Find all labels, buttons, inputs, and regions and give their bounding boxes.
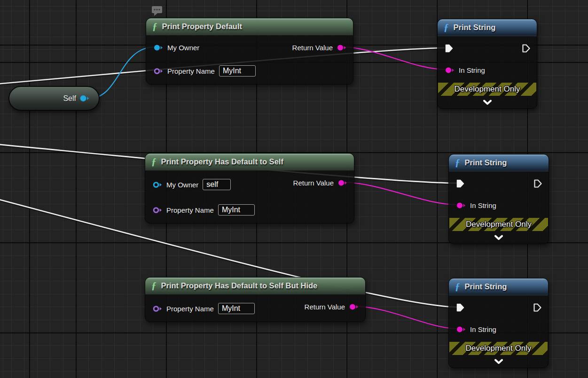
property-name-input[interactable] <box>219 65 256 77</box>
node-title: Print String <box>454 23 496 32</box>
pin-row-my-owner: My Owner <box>154 41 199 54</box>
exec-in-pin-icon[interactable] <box>456 303 464 312</box>
node-self[interactable]: Self <box>8 86 100 111</box>
node-print-string-3[interactable]: ƒ Print String In String Development Onl… <box>448 278 549 368</box>
exec-in-pin-icon[interactable] <box>456 179 464 188</box>
pin-label-property-name: Property Name <box>166 305 214 313</box>
function-icon: ƒ <box>151 157 157 167</box>
exec-out-row <box>534 177 542 190</box>
string-pin-connected-icon[interactable] <box>337 44 346 51</box>
pin-label-property-name: Property Name <box>167 67 215 75</box>
comment-bubble-icon[interactable] <box>151 6 164 17</box>
node-header[interactable]: ƒ Print String <box>438 19 537 36</box>
chevron-down-icon[interactable] <box>494 235 504 240</box>
object-pin-connected-icon[interactable] <box>80 95 89 102</box>
property-name-input[interactable] <box>218 204 255 216</box>
node-header[interactable]: ƒ Print String <box>449 154 549 171</box>
node-title: Print Property Has Default to Self <box>161 157 283 166</box>
function-icon: ƒ <box>444 23 449 32</box>
wildcard-pin-icon[interactable] <box>153 207 162 214</box>
node-title: Print String <box>465 158 507 167</box>
my-owner-input[interactable] <box>203 179 231 190</box>
pin-label-in-string: In String <box>470 325 496 333</box>
node-header[interactable]: ƒ Print Property Default <box>146 18 353 35</box>
self-label: Self <box>63 94 76 103</box>
development-only-banner: Development Only <box>449 342 548 355</box>
node-title: Print String <box>465 282 507 291</box>
exec-out-pin-icon[interactable] <box>533 303 541 312</box>
exec-in-row <box>445 42 453 55</box>
node-print-string-2[interactable]: ƒ Print String In String Development Onl… <box>448 154 549 244</box>
pin-row-property-name: Property Name <box>153 203 255 216</box>
chevron-down-icon[interactable] <box>494 359 504 364</box>
development-only-banner: Development Only <box>449 218 548 231</box>
wire-string-3[interactable] <box>353 306 458 329</box>
function-icon: ƒ <box>152 22 157 31</box>
pin-row-in-string: In String <box>456 323 496 336</box>
node-header[interactable]: ƒ Print String <box>449 278 548 295</box>
exec-out-row <box>533 301 541 314</box>
property-name-input[interactable] <box>218 303 255 314</box>
wire-string-2[interactable] <box>341 182 458 205</box>
string-pin-connected-icon[interactable] <box>349 303 359 310</box>
pin-row-property-name: Property Name <box>153 302 255 315</box>
blueprint-canvas[interactable]: { "nodes": { "ppd": { "title": "Print Pr… <box>0 0 588 378</box>
banner-label: Development Only <box>466 220 532 229</box>
object-pin-icon[interactable] <box>153 181 162 188</box>
node-print-property-has-default-to-self-but-hide[interactable]: ƒ Print Property Has Default to Self But… <box>145 277 366 322</box>
pin-label-my-owner: My Owner <box>167 44 199 52</box>
string-pin-connected-icon[interactable] <box>338 179 347 186</box>
pin-label-return-value: Return Value <box>292 44 333 52</box>
object-pin-connected-icon[interactable] <box>154 44 163 51</box>
exec-out-row <box>522 42 530 55</box>
string-pin-connected-icon[interactable] <box>445 67 455 74</box>
banner-label: Development Only <box>466 344 532 353</box>
banner-label: Development Only <box>455 85 520 94</box>
node-title: Print Property Has Default to Self But H… <box>161 281 318 290</box>
pin-row-return-value: Return Value <box>292 41 346 54</box>
pin-label-in-string: In String <box>459 66 485 74</box>
node-title: Print Property Default <box>162 22 243 31</box>
string-pin-connected-icon[interactable] <box>456 326 466 333</box>
function-icon: ƒ <box>455 282 460 292</box>
node-print-property-has-default-to-self[interactable]: ƒ Print Property Has Default to Self My … <box>145 153 354 224</box>
node-header[interactable]: ƒ Print Property Has Default to Self But… <box>145 278 365 294</box>
pin-row-in-string: In String <box>456 199 496 212</box>
exec-out-pin-icon[interactable] <box>522 44 530 53</box>
development-only-banner: Development Only <box>438 83 536 96</box>
node-header[interactable]: ƒ Print Property Has Default to Self <box>145 154 354 170</box>
pin-row-return-value: Return Value <box>293 176 347 189</box>
exec-in-row <box>456 177 464 190</box>
exec-in-row <box>456 301 464 314</box>
pin-label-property-name: Property Name <box>166 206 214 214</box>
pin-label-return-value: Return Value <box>293 179 334 187</box>
wildcard-pin-icon[interactable] <box>153 305 162 312</box>
pin-row-property-name: Property Name <box>154 64 256 77</box>
pin-label-my-owner: My Owner <box>166 181 198 189</box>
node-print-property-default[interactable]: ƒ Print Property Default My Owner Proper… <box>146 18 353 85</box>
exec-out-pin-icon[interactable] <box>534 179 542 188</box>
function-icon: ƒ <box>455 158 460 168</box>
node-print-string-1[interactable]: ƒ Print String In String Development Onl… <box>437 19 537 109</box>
pin-row-in-string: In String <box>445 63 485 77</box>
pin-label-return-value: Return Value <box>305 303 345 311</box>
pin-row-my-owner: My Owner <box>153 178 231 191</box>
chevron-down-icon[interactable] <box>482 100 493 105</box>
function-icon: ƒ <box>151 281 157 291</box>
wildcard-pin-icon[interactable] <box>154 68 163 75</box>
pin-row-return-value: Return Value <box>305 300 359 313</box>
exec-in-pin-icon[interactable] <box>445 44 453 53</box>
pin-label-in-string: In String <box>470 201 496 209</box>
string-pin-connected-icon[interactable] <box>456 202 466 209</box>
